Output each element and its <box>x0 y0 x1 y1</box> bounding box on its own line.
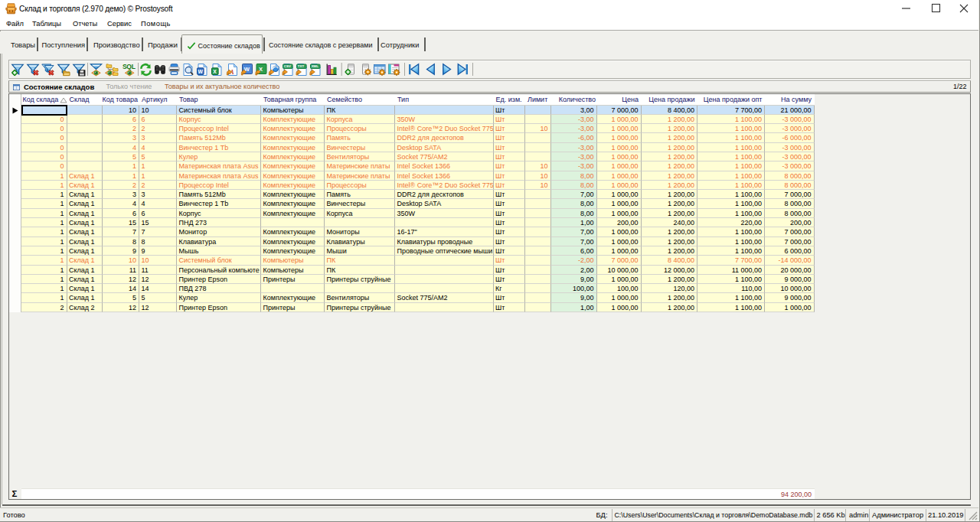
svg-text:XML: XML <box>312 64 319 68</box>
svg-text:CSV: CSV <box>284 64 291 68</box>
svg-text:SQL: SQL <box>122 63 136 70</box>
svg-text:TXT: TXT <box>298 64 305 68</box>
svg-text:X: X <box>213 68 217 73</box>
svg-text:W: W <box>198 68 204 73</box>
